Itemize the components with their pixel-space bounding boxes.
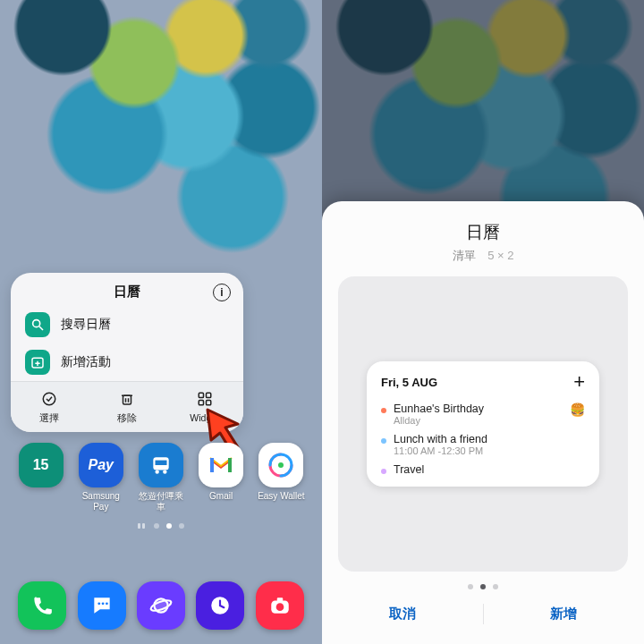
app-calendar[interactable]: 15 — [15, 443, 67, 512]
page-indicator — [0, 523, 322, 529]
popup-item-search[interactable]: 搜尋日曆 — [11, 306, 243, 343]
popup-title: 日曆 — [114, 284, 140, 301]
page-dot — [468, 584, 473, 589]
popup-item-label: 搜尋日曆 — [61, 317, 111, 333]
event-name: Lunch with a friend — [394, 433, 585, 445]
svg-rect-16 — [155, 461, 166, 465]
pay-icon: Pay — [79, 443, 123, 487]
widget-type-name: 清單 — [453, 249, 476, 262]
widget-header: Fri, 5 AUG + — [381, 372, 585, 392]
svg-rect-19 — [210, 458, 214, 472]
app-easycard[interactable]: 悠遊付嗶乘車 — [135, 443, 187, 512]
event-row: Lunch with a friend 11:00 AM -12:30 PM — [381, 429, 585, 460]
widget-icon — [197, 391, 213, 407]
sheet-header: 日曆 清單 5 × 2 — [322, 201, 644, 273]
widget-date: Fri, 5 AUG — [381, 376, 437, 389]
home-app-row: 15 Pay Samsung Pay 悠遊付嗶乘車 Gmail — [0, 443, 322, 512]
calendar-list-widget: Fri, 5 AUG + Eunhae's Birthday Allday 🍔 … — [367, 361, 599, 487]
svg-rect-11 — [206, 393, 210, 397]
svg-rect-10 — [199, 393, 203, 397]
svg-rect-20 — [228, 458, 232, 472]
event-dot — [381, 438, 386, 444]
app-label: Easy Wallet — [255, 491, 307, 502]
widget-picker-sheet: 日曆 清單 5 × 2 Fri, 5 AUG + Eunhae's Birthd… — [322, 201, 644, 644]
action-label: Widget — [190, 412, 219, 423]
event-row: Travel — [381, 460, 585, 479]
app-label: 悠遊付嗶乘車 — [135, 491, 187, 512]
app-label: Samsung Pay — [75, 491, 127, 512]
event-name: Eunhae's Birthday — [394, 402, 563, 415]
sheet-page-indicator — [322, 572, 644, 597]
sheet-subtitle: 清單 5 × 2 — [322, 248, 644, 264]
bus-icon — [139, 443, 183, 487]
info-icon[interactable]: i — [213, 284, 231, 301]
left-screenshot: 日曆 i 搜尋日曆 新增活動 選擇 移除 — [0, 0, 322, 644]
app-samsung-pay[interactable]: Pay Samsung Pay — [75, 443, 127, 512]
dock — [0, 581, 322, 630]
svg-point-29 — [275, 603, 284, 611]
sheet-buttons: 取消 新增 — [322, 597, 644, 644]
add-event-icon — [25, 350, 50, 375]
svg-rect-30 — [277, 597, 284, 601]
select-icon — [41, 391, 57, 407]
camera-icon — [268, 594, 292, 617]
phone-icon — [30, 594, 54, 617]
pay-text: Pay — [89, 457, 114, 473]
page-dot — [493, 584, 498, 589]
event-dot — [381, 469, 386, 474]
event-dot — [381, 408, 386, 413]
chat-icon — [90, 594, 114, 617]
home-indicator-icon — [138, 523, 147, 529]
trash-icon — [119, 391, 135, 407]
svg-point-18 — [163, 470, 166, 473]
sheet-title: 日曆 — [322, 221, 644, 244]
popup-actions: 選擇 移除 Widget — [11, 381, 243, 432]
right-screenshot: 日曆 清單 5 × 2 Fri, 5 AUG + Eunhae's Birthd… — [322, 0, 644, 644]
svg-point-5 — [44, 393, 56, 405]
svg-point-0 — [33, 320, 40, 327]
app-label: Gmail — [195, 491, 247, 502]
widget-preview-area[interactable]: Fri, 5 AUG + Eunhae's Birthday Allday 🍔 … — [338, 276, 628, 572]
dock-clock[interactable] — [196, 581, 244, 630]
page-dot — [154, 523, 159, 529]
cancel-button[interactable]: 取消 — [322, 600, 483, 628]
clock-icon — [208, 594, 232, 617]
dock-messages[interactable] — [78, 581, 126, 630]
svg-rect-13 — [206, 401, 210, 405]
add-event-icon[interactable]: + — [573, 372, 585, 392]
svg-point-17 — [155, 470, 158, 473]
svg-rect-12 — [199, 401, 203, 405]
popup-item-label: 新增活動 — [61, 354, 111, 370]
calendar-icon: 15 — [19, 443, 64, 487]
calendar-digit: 15 — [33, 457, 49, 473]
planet-icon — [149, 594, 173, 617]
app-easy-wallet[interactable]: Easy Wallet — [255, 443, 307, 512]
dock-camera[interactable] — [256, 581, 304, 630]
popup-item-add-event[interactable]: 新增活動 — [11, 343, 243, 381]
popup-header: 日曆 i — [11, 273, 243, 306]
app-gmail[interactable]: Gmail — [195, 443, 247, 512]
event-row: Eunhae's Birthday Allday 🍔 — [381, 399, 585, 429]
svg-line-1 — [39, 326, 43, 330]
dock-browser[interactable] — [137, 581, 185, 630]
widget-size: 5 × 2 — [487, 249, 513, 262]
dock-phone[interactable] — [18, 581, 66, 630]
action-widget[interactable]: Widget — [165, 382, 243, 432]
page-dot-current — [166, 523, 172, 529]
action-label: 選擇 — [39, 412, 59, 423]
page-dot — [179, 523, 184, 529]
event-time: Allday — [394, 415, 563, 426]
action-label: 移除 — [117, 412, 137, 423]
swirl-icon — [258, 443, 303, 487]
svg-point-22 — [97, 602, 100, 605]
event-emoji: 🍔 — [570, 402, 585, 417]
event-name: Travel — [394, 463, 585, 476]
svg-point-23 — [101, 602, 104, 605]
svg-point-24 — [106, 602, 108, 605]
action-remove[interactable]: 移除 — [89, 382, 166, 432]
gmail-icon — [199, 443, 243, 487]
search-icon — [25, 312, 50, 337]
add-button[interactable]: 新增 — [484, 600, 645, 628]
svg-point-21 — [278, 462, 284, 468]
action-select[interactable]: 選擇 — [11, 382, 89, 432]
